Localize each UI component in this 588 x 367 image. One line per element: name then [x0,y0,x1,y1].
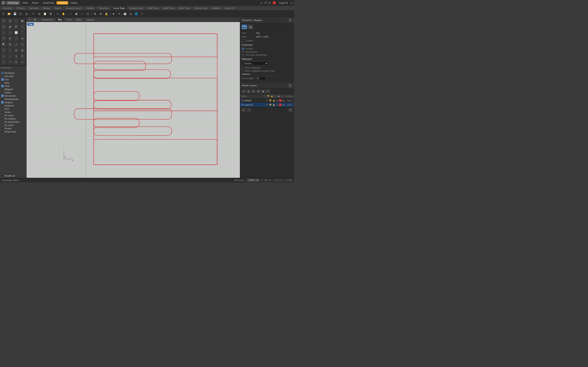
snap-midpoint[interactable]: Midpoint [0,88,26,91]
layer-default-color[interactable] [279,99,282,102]
snap-perpendicular[interactable]: Perpendicular [0,98,26,101]
tool-dots[interactable]: ⁙ [7,30,13,35]
wallpaper-select[interactable]: Choose... [242,62,268,65]
status-cplane-select[interactable]: CPlane [246,179,259,182]
disable-all-checkbox[interactable] [1,175,4,177]
tool-orbit[interactable]: ⬡ [20,42,25,47]
snap-vertex-checkbox[interactable] [1,111,4,113]
tool-extra3[interactable]: ⊛ [13,59,19,65]
layer-print-icon[interactable]: 🔒 [272,99,276,102]
snap-midpoint-checkbox[interactable] [1,88,4,91]
tab-solid-tools[interactable]: Solid Tools [145,7,160,10]
snap-persistent[interactable]: Persistent [0,71,26,75]
tool-nav[interactable]: ⊿ [13,42,19,47]
two-point-radio[interactable] [242,54,244,56]
pan-btn[interactable]: ✋ [61,11,66,17]
remove-layer-btn[interactable]: − [247,108,251,112]
viewport-rect-btn[interactable]: ▣ [248,25,253,29]
layer-row-01[interactable]: Layer 01 ⚫ 🏆 🔒 ⬛ ⊟ Conti... [240,103,294,107]
select-btn[interactable]: ⬚ [68,11,73,17]
record-btn[interactable] [273,1,276,4]
perspective-radio[interactable] [242,50,244,53]
viewport-frame-icon[interactable]: ▣ [33,18,37,21]
tab-standard[interactable]: Standard [1,7,14,10]
layers-dropdown-btn[interactable]: ▾ [288,108,293,112]
tab-visibility[interactable]: Visibility [84,7,96,10]
tab-viewport-layout[interactable]: Viewport Layout [63,7,84,10]
tool-curve2[interactable]: ⌣ [7,53,13,59]
snap-near-checkbox[interactable] [1,82,4,84]
tool-extra4[interactable]: ⊹ [20,59,25,65]
tool-grid2[interactable]: ⊞ [13,48,19,53]
tool-align[interactable]: ⊟ [20,36,25,42]
disable-all-button[interactable]: Disable all [0,174,26,178]
undo-btn[interactable]: ↩ [55,11,61,17]
locked-checkbox[interactable] [242,39,245,42]
snap-tangent[interactable]: Tangent [0,101,26,104]
tool-magnify[interactable]: 🔍 [1,42,7,47]
snap-on-polysurface-checkbox[interactable] [1,121,4,123]
tool-point[interactable]: ✦ [1,36,7,42]
viewport-grid-icon[interactable]: ⊞ [27,18,32,21]
add-layer-btn[interactable]: + [241,108,246,112]
tab-drafting[interactable]: Drafting [210,7,222,10]
snap-quadrant-checkbox[interactable] [1,104,4,107]
snap-perpendicular-checkbox[interactable] [1,98,4,100]
snap-near[interactable]: Near [0,81,26,84]
print-btn[interactable]: 🖨 [24,11,29,17]
saveas-btn[interactable]: ⬛ [18,11,23,17]
snap-center[interactable]: Center [0,91,26,94]
snap-smarttrack[interactable]: SmartTrack [0,130,26,133]
layer-01-lock-icon[interactable]: 🏆 [269,103,272,106]
show-wallpaper-checkbox[interactable] [242,67,244,69]
snap-end-checkbox[interactable] [1,78,4,81]
snap-knot[interactable]: Knot [0,107,26,110]
layer-icon-1[interactable]: ⊙ [241,89,246,93]
snap-end[interactable]: End [0,78,26,81]
viewport-camera-btn[interactable]: 📷 [242,25,247,29]
tool-dim[interactable]: ⊥ [7,48,13,53]
maximize-button[interactable]: ⤢ [290,1,293,4]
snap-point-checkbox[interactable] [1,85,4,87]
layer-01-vis-icon[interactable]: ⚫ [265,103,268,106]
color-btn[interactable]: ⬤ [122,11,128,17]
tool-curve1[interactable]: ∿ [1,53,7,59]
snap-on-curve[interactable]: On curve [0,114,26,117]
layer-01-mat-icon[interactable]: ⬛ [276,103,279,106]
tool-rect-sel[interactable]: ▣ [20,18,25,24]
tab-new-in-v7[interactable]: New in V7 [223,7,237,10]
viewport-canvas[interactable]: Top [26,22,240,178]
tool-sub-sel2[interactable]: ◉ [7,24,13,30]
tab-subd-tools[interactable]: SubD Tools [161,7,176,10]
history-button[interactable]: History [69,1,79,4]
snap-on-mesh[interactable]: On mesh [0,124,26,127]
snap-quadrant[interactable]: Quadrant [0,104,26,107]
dims-btn[interactable]: ◈ [111,11,116,17]
tool-sub-sel[interactable]: ◎ [1,24,7,30]
help-btn[interactable]: ? [139,11,145,17]
tool-select[interactable]: ⊙ [1,18,7,24]
tool-curve4[interactable]: ⊼ [20,53,25,59]
tab-mesh-tools[interactable]: Mesh Tools [177,7,192,10]
tool-dot[interactable]: ⊠ [20,48,25,53]
tab-set-view[interactable]: Set View [27,7,40,10]
layers-settings-btn[interactable]: ⚙ [288,83,292,88]
filter-select-btn[interactable]: ⊡ [85,11,90,17]
props-settings-button[interactable]: ⚙ [288,18,292,22]
snap-smarttrack-checkbox[interactable] [1,131,4,133]
command-input[interactable]: Command [0,66,26,71]
tool-mesh-sel[interactable]: ⬛ [20,24,25,30]
app-menu-icon[interactable]: ⊞ [1,1,5,5]
tool-zoom-win[interactable]: ⊕ [7,18,13,24]
layer-icon-5[interactable]: ◉ [261,89,265,93]
show-grayscale-checkbox[interactable] [242,69,244,72]
tab-render-tools[interactable]: Render Tools [192,7,210,10]
lens-length-input[interactable] [256,77,266,80]
tab-select[interactable]: Select [53,7,63,10]
tool-mesh2[interactable]: ⬜ [13,30,19,35]
layer-vis-icon[interactable]: ⚫ [265,99,268,102]
nav-back-icon[interactable]: ↺ [264,1,267,4]
tool-gear[interactable]: ⚙ [7,36,13,42]
viewport-tab-right[interactable]: Right [75,18,83,21]
snap-btn[interactable]: ⊕ [98,11,103,17]
